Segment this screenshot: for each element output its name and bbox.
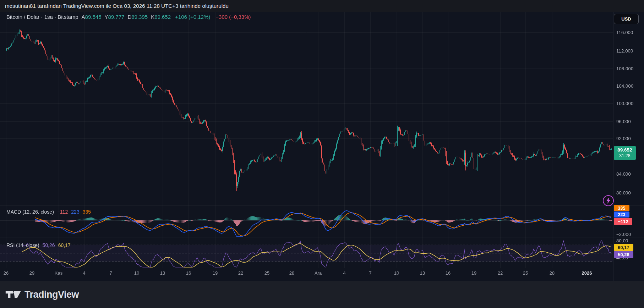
ohlc-pair: K89.652	[151, 14, 171, 20]
rsi-ma-value: 60,17	[58, 242, 71, 248]
price-axis-label: 104.000	[616, 83, 633, 89]
ohlc-value: 89.395	[131, 14, 148, 20]
time-axis-label: 19	[213, 270, 218, 276]
symbol-legend: Bitcoin / Dolar · 1sa · Bitstamp A89.545…	[6, 14, 251, 20]
time-axis-label: 7	[109, 270, 112, 276]
time-axis-label: 28	[550, 270, 555, 276]
lightning-icon	[606, 198, 611, 204]
ohlc-key: K	[151, 14, 154, 20]
time-axis-label: 16	[446, 270, 451, 276]
ohlc-values: A89.545Y89.777D89.395K89.652	[82, 14, 171, 20]
rsi-title[interactable]: RSI (14, close)	[6, 242, 39, 248]
bar-change-positive: +106 (+0,12%)	[175, 14, 210, 20]
time-axis-label: 4	[83, 270, 85, 276]
price-axis-label: 100.000	[616, 101, 633, 106]
macd-line-value: 223	[71, 209, 79, 215]
time-axis-label: 16	[186, 270, 191, 276]
rsi-pane-separator[interactable]	[0, 237, 644, 237]
time-axis-label: Kas	[55, 270, 62, 276]
time-axis-label: 25	[264, 270, 269, 276]
time-axis-separator	[0, 268, 644, 268]
last-price-value: 89.652	[617, 147, 632, 153]
indicator-value-badge: 335	[614, 205, 629, 211]
attribution-text: mesutinan81 tarafından TradingView.com i…	[5, 3, 229, 9]
ohlc-pair: A89.545	[82, 14, 102, 20]
rsi-value: 50,26	[43, 242, 55, 248]
macd-pane-separator[interactable]	[0, 205, 644, 205]
price-axis-label: 84.000	[616, 171, 631, 177]
time-axis-label: 2026	[582, 270, 592, 276]
time-axis-label: 7	[369, 270, 371, 276]
ohlc-pair: Y89.777	[104, 14, 124, 20]
ohlc-value: 89.545	[85, 14, 102, 20]
currency-toggle-button[interactable]: USD	[614, 14, 639, 24]
indicator-axis-label: 80,00	[616, 238, 628, 243]
macd-legend: MACD (12, 26, close) −112 223 335	[6, 209, 91, 215]
bar-countdown: 31:28	[619, 153, 630, 159]
macd-hist-value: −112	[57, 209, 68, 215]
time-axis-label: Ara	[315, 270, 322, 276]
price-axis-label: 112.000	[616, 48, 633, 54]
attribution-bar: mesutinan81 tarafından TradingView.com i…	[0, 0, 644, 12]
indicator-axis-label: −2.000	[616, 232, 631, 237]
ohlc-value: 89.652	[154, 14, 171, 20]
symbol-title[interactable]: Bitcoin / Dolar · 1sa · Bitstamp	[6, 14, 78, 20]
chart-canvas[interactable]	[0, 0, 644, 308]
macd-signal-value: 335	[83, 209, 91, 215]
indicator-value-badge: 60,17	[614, 244, 633, 251]
ohlc-key: Y	[104, 14, 108, 20]
price-axis-separator	[613, 12, 613, 281]
time-axis-label: 28	[289, 270, 294, 276]
time-axis-label: 10	[394, 270, 399, 276]
indicator-value-badge: 223	[614, 211, 629, 218]
time-axis-label: 25	[523, 270, 528, 276]
indicator-value-badge: 50,26	[614, 251, 633, 258]
time-axis-label: 10	[134, 270, 139, 276]
tradingview-screenshot: mesutinan81 tarafından TradingView.com i…	[0, 0, 644, 308]
last-price-badge: 89.652 31:28	[614, 146, 636, 160]
price-axis-label: 80.000	[616, 190, 631, 196]
time-axis-label: 22	[238, 270, 243, 276]
brand-name: TradingView	[24, 289, 79, 300]
ohlc-key: D	[127, 14, 131, 20]
time-axis-label: 13	[160, 270, 165, 276]
time-axis-label: 26	[4, 270, 9, 276]
footer-bar: TradingView	[0, 281, 644, 308]
time-axis-label: 22	[498, 270, 503, 276]
time-axis-label: 13	[420, 270, 425, 276]
rsi-legend: RSI (14, close) 50,26 60,17	[6, 242, 71, 248]
indicator-value-badge: −112	[614, 218, 632, 225]
price-axis-label: 116.000	[616, 30, 633, 35]
lightning-button[interactable]	[603, 195, 614, 206]
time-axis-label: 29	[29, 270, 34, 276]
time-axis-label: 19	[471, 270, 476, 276]
ohlc-value: 89.777	[108, 14, 125, 20]
tradingview-logo[interactable]: TradingView	[5, 289, 79, 300]
ohlc-key: A	[82, 14, 85, 20]
tradingview-logo-icon	[5, 289, 21, 300]
price-axis-label: 96.000	[616, 119, 631, 124]
macd-title[interactable]: MACD (12, 26, close)	[6, 209, 54, 215]
bar-change-negative: −300 (−0,33%)	[215, 14, 251, 20]
time-axis-label: 4	[343, 270, 345, 276]
ohlc-pair: D89.395	[127, 14, 148, 20]
price-axis-label: 108.000	[616, 66, 633, 71]
price-axis-label: 92.000	[616, 136, 631, 141]
